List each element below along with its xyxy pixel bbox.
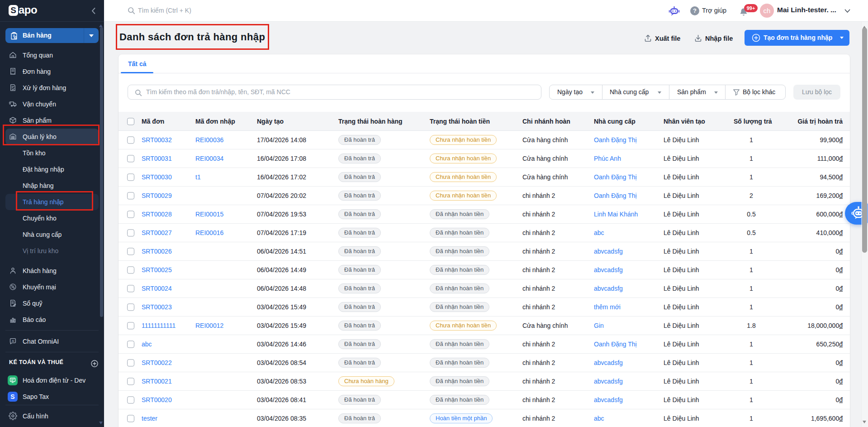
svg-text:AI: AI	[12, 340, 14, 342]
